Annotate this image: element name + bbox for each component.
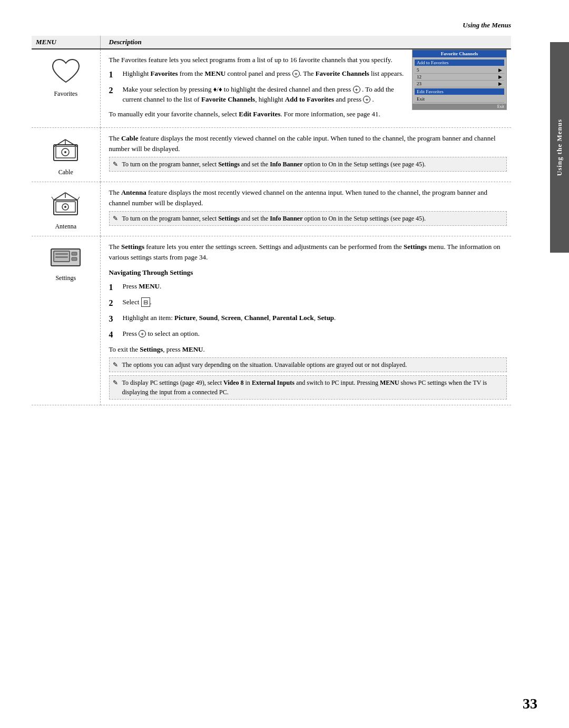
menu-table: MENU Description Favorites [32, 36, 511, 405]
favorites-step-2: 2 Make your selection by pressing ♦/♦ to… [109, 84, 406, 105]
page-number: 33 [523, 695, 537, 712]
circle-plus-icon-4: + [139, 330, 146, 337]
svg-rect-20 [72, 252, 77, 255]
settings-note-1: The options you can adjust vary dependin… [109, 357, 507, 372]
desc-cell-settings: The Settings feature lets you enter the … [100, 236, 511, 405]
thumb-body: Add to Favorites 5▶ 12▶ 23▶ Edit Favorit… [413, 57, 506, 104]
antenna-desc: The Antenna feature displays the most re… [109, 187, 507, 226]
settings-steps: 1 Press MENU. 2 Select ⊟. 3 Highlight an… [109, 281, 507, 341]
svg-line-1 [65, 139, 77, 147]
col-header-desc: Description [100, 36, 511, 49]
thumb-item-2: 12▶ [415, 74, 504, 81]
page-header: Using the Menus [32, 21, 537, 29]
thumb-add-btn[interactable]: Add to Favorites [415, 59, 504, 66]
col-header-menu: MENU [32, 36, 100, 49]
circle-plus-icon-3: + [363, 96, 370, 103]
thumb-title: Favorite Channels [413, 50, 506, 57]
svg-point-6 [64, 151, 66, 153]
page-container: Using the Menus Using the Menus MENU Des… [0, 0, 569, 728]
svg-line-0 [54, 139, 65, 147]
thumb-edit-btn[interactable]: Edit Favorites [415, 88, 504, 95]
table-row: Favorites Favorite Channels Add to Favor… [32, 49, 511, 128]
menu-cell-settings: Settings [32, 236, 100, 405]
svg-line-8 [65, 193, 77, 200]
settings-label: Settings [55, 274, 76, 282]
svg-line-11 [77, 197, 80, 200]
favorites-icon [50, 57, 82, 86]
thumb-item-1: 5▶ [415, 67, 504, 74]
favorites-label: Favorites [54, 90, 77, 98]
cable-label: Cable [58, 168, 73, 176]
thumb-exit-item[interactable]: Exit [415, 96, 504, 103]
menu-cell-antenna: Antenna [32, 182, 100, 236]
favorites-desc: Favorite Channels Add to Favorites 5▶ 12… [109, 55, 507, 119]
desc-cell-favorites: Favorite Channels Add to Favorites 5▶ 12… [100, 49, 511, 128]
antenna-label: Antenna [55, 223, 76, 231]
circle-plus-icon-2: + [353, 86, 360, 93]
svg-rect-18 [55, 253, 68, 255]
settings-note-2: To display PC settings (page 49), select… [109, 375, 507, 400]
settings-icon-cell: Settings [36, 245, 96, 282]
favorites-step-1: 1 Highlight Favorites from the MENU cont… [109, 68, 406, 81]
cable-intro: The Cable feature displays the most rece… [109, 133, 507, 154]
settings-step-4: 4 Press + to select an option. [109, 328, 507, 341]
favorites-footer: To manually edit your favorite channels,… [109, 109, 507, 119]
svg-rect-19 [55, 256, 68, 258]
header-title: Using the Menus [463, 21, 511, 29]
settings-icon [48, 245, 83, 270]
menu-cell-favorites: Favorites [32, 49, 100, 128]
svg-line-7 [54, 193, 65, 200]
settings-select-icon: ⊟ [141, 297, 150, 307]
favorites-icon-cell: Favorites [36, 57, 96, 98]
cable-note: To turn on the program banner, select Se… [109, 157, 507, 172]
settings-step-2: 2 Select ⊟. [109, 297, 507, 310]
settings-desc: The Settings feature lets you enter the … [109, 242, 507, 400]
sidebar-label-text: Using the Menus [555, 119, 564, 176]
settings-exit-note: To exit the Settings, press MENU. [109, 344, 507, 355]
antenna-note: To turn on the program banner, select Se… [109, 211, 507, 226]
thumb-item-3: 23▶ [415, 81, 504, 87]
antenna-icon-cell: Antenna [36, 190, 96, 231]
settings-intro: The Settings feature lets you enter the … [109, 242, 507, 262]
sidebar-label: Using the Menus [550, 42, 569, 253]
table-row: Cable The Cable feature displays the mos… [32, 128, 511, 182]
svg-line-10 [52, 197, 54, 200]
desc-cell-cable: The Cable feature displays the most rece… [100, 128, 511, 182]
cable-icon-cell: Cable [36, 135, 96, 176]
favorites-screenshot: Favorite Channels Add to Favorites 5▶ 12… [412, 49, 507, 110]
nav-header: Navigating Through Settings [109, 267, 507, 278]
cable-desc: The Cable feature displays the most rece… [109, 133, 507, 172]
settings-step-1: 1 Press MENU. [109, 281, 507, 294]
desc-cell-antenna: The Antenna feature displays the most re… [100, 182, 511, 236]
menu-cell-cable: Cable [32, 128, 100, 182]
svg-point-15 [64, 206, 66, 208]
antenna-icon [48, 190, 83, 218]
cable-icon [48, 135, 83, 164]
table-row: Settings The Settings feature lets you e… [32, 236, 511, 405]
table-row: Antenna The Antenna feature displays the… [32, 182, 511, 236]
circle-plus-icon: + [292, 70, 300, 77]
antenna-intro: The Antenna feature displays the most re… [109, 187, 507, 208]
settings-step-3: 3 Highlight an item: Picture, Sound, Scr… [109, 313, 507, 325]
thumb-footer: Exit [413, 104, 506, 109]
svg-rect-21 [72, 257, 77, 261]
